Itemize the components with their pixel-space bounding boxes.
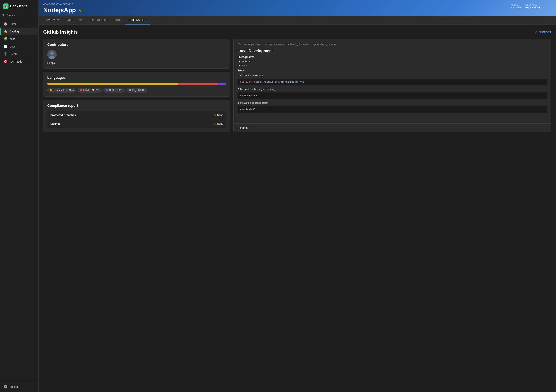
js-label: JavaScript - 73.18% [53, 89, 74, 92]
sidebar-item-home[interactable]: 🏠 Home [0, 20, 39, 28]
readme-fade-text: This is a simple Express.js application … [238, 43, 547, 46]
support-label: SUPPORT [539, 31, 551, 34]
readme-scroll[interactable]: This is a simple Express.js application … [234, 39, 551, 123]
lang-badge-js[interactable]: JavaScript - 73.18% [47, 88, 76, 93]
lifecycle-meta: Lifecycle experimental [525, 4, 540, 9]
readme-code-cd: cd Nodejs-App [238, 93, 547, 99]
css-dot [106, 89, 108, 91]
readme-footer: Readme → [234, 123, 551, 132]
main-columns: Contributors People → Languages [43, 39, 551, 132]
prereq-nodejs: Node.js [242, 60, 547, 63]
code-git-keyword: git clone [240, 81, 253, 83]
support-link[interactable]: ❓ SUPPORT [534, 31, 551, 34]
readme-footer-link[interactable]: Readme → [238, 126, 547, 129]
compliance-row-branches: Protected Branches ⚠ None [47, 111, 226, 119]
sidebar-bottom: ⚙️ Settings [0, 381, 39, 392]
readme-step-3-label: 3. Install the dependencies: [238, 101, 547, 104]
tab-code-insights[interactable]: CODE INSIGHTS [125, 16, 150, 24]
license-status: None [217, 122, 223, 125]
sidebar-label-tech-radar: Tech Radar [9, 60, 23, 63]
sidebar-label-docs: Docs [9, 45, 16, 48]
code-cd-keyword: cd [240, 94, 243, 97]
lang-badge-html[interactable]: HTML - 21.59% [77, 88, 102, 93]
header-actions: ⋮ [544, 3, 551, 9]
code-npm-install: npm install [240, 108, 255, 111]
entity-info: COMPONENT — SERVICE NodejsApp ★ [43, 3, 82, 16]
prereq-npm: npm [242, 64, 547, 67]
lang-bar-js [47, 83, 178, 85]
lang-bar-css [217, 83, 226, 85]
lang-bar-pug [226, 83, 226, 85]
settings-icon: ⚙️ [4, 385, 8, 389]
license-label: License [50, 122, 61, 125]
tab-docs[interactable]: DOCS [111, 16, 125, 24]
header-meta: Owner samtech Lifecycle experimental ⋮ [511, 3, 551, 9]
sidebar-item-catalog[interactable]: ⭐ Catalog [0, 28, 39, 35]
apis-icon: 🧩 [4, 37, 8, 41]
readme-step-1-label: 1. Clone the repository: [238, 74, 547, 77]
sidebar-item-settings[interactable]: ⚙️ Settings [0, 383, 39, 391]
entity-header: COMPONENT — SERVICE NodejsApp ★ Owner sa… [39, 0, 556, 16]
protected-branches-status: None [217, 114, 223, 117]
sidebar: 🎭 Backstage 🔍 Search 🏠 Home ⭐ Catalog 🧩 … [0, 0, 39, 392]
sidebar-item-docs[interactable]: 📄 Docs [0, 43, 39, 50]
lang-badge-pug[interactable]: Pug - 0.23% [126, 88, 147, 93]
tab-dependencies[interactable]: DEPENDENCIES [86, 16, 111, 24]
owner-label: Owner [511, 4, 521, 6]
code-clone-url: https://github.com/Umoren/Nodejs-App [254, 81, 304, 83]
lang-badge-css[interactable]: CSS - 5.00% [103, 88, 125, 93]
main-content: COMPONENT — SERVICE NodejsApp ★ Owner sa… [39, 0, 556, 392]
backstage-logo-icon: 🎭 [3, 3, 8, 9]
search-icon: 🔍 [2, 14, 5, 17]
compliance-table: Protected Branches ⚠ None License ⚠ None [47, 111, 226, 128]
sidebar-label-home: Home [9, 22, 17, 25]
contributors-card: Contributors People → [43, 39, 230, 69]
readme-code-npm: npm install [238, 106, 547, 113]
readme-step-2-label: 2. Navigate to the project directory: [238, 88, 547, 91]
tech-radar-icon: 🎯 [4, 60, 8, 63]
sidebar-item-tech-radar[interactable]: 🎯 Tech Radar [0, 58, 39, 65]
sidebar-label-create: Create... [9, 53, 20, 56]
search-button[interactable]: 🔍 Search [0, 12, 39, 18]
readme-code-clone: git clone https://github.com/Umoren/Node… [238, 79, 547, 85]
sidebar-label-settings: Settings [9, 385, 19, 388]
more-options-button[interactable]: ⋮ [544, 3, 551, 9]
license-value: ⚠ None [213, 122, 223, 125]
languages-card: Languages JavaScript - 73.18% [43, 72, 230, 97]
left-column: Contributors People → Languages [43, 39, 230, 132]
compliance-row-license: License ⚠ None [47, 119, 226, 128]
sidebar-logo[interactable]: 🎭 Backstage [0, 0, 39, 12]
entity-title-row: NodejsApp ★ [43, 7, 82, 14]
component-type: COMPONENT — SERVICE [43, 3, 82, 5]
tab-bar: OVERVIEW CI/CD API DEPENDENCIES DOCS COD… [39, 16, 556, 25]
contributors-title: Contributors [47, 43, 226, 47]
lang-bar-html [178, 83, 217, 85]
tab-api[interactable]: API [76, 16, 86, 24]
sidebar-label-apis: APIs [9, 38, 15, 40]
tab-overview[interactable]: OVERVIEW [43, 16, 62, 24]
code-cd-rest: Nodejs-App [244, 94, 258, 97]
people-link[interactable]: People → [47, 61, 226, 64]
compliance-title: Compliance report [47, 104, 226, 108]
warn-icon-branches: ⚠ [213, 113, 216, 117]
css-label: CSS - 5.00% [109, 89, 122, 92]
compliance-card: Compliance report Protected Branches ⚠ N… [43, 100, 230, 132]
support-help-icon: ❓ [534, 31, 537, 34]
lifecycle-label: Lifecycle [525, 4, 540, 6]
html-dot [80, 89, 82, 91]
favorite-star-icon[interactable]: ★ [78, 8, 82, 13]
svg-point-1 [50, 52, 54, 55]
owner-meta: Owner samtech [511, 4, 521, 9]
language-badges: JavaScript - 73.18% HTML - 21.59% CSS - … [47, 88, 226, 93]
sidebar-item-apis[interactable]: 🧩 APIs [0, 35, 39, 43]
readme-prerequisites-title: Prerequisites [238, 55, 547, 59]
warn-icon-license: ⚠ [213, 122, 216, 125]
protected-branches-label: Protected Branches [50, 114, 76, 117]
readme-prerequisites-list: Node.js npm [238, 60, 547, 67]
lifecycle-value: experimental [525, 6, 540, 9]
pug-dot [129, 89, 131, 91]
sidebar-item-create[interactable]: ➕ Create... [0, 50, 39, 58]
owner-value: samtech [511, 6, 521, 9]
tab-cicd[interactable]: CI/CD [62, 16, 76, 24]
pug-label: Pug - 0.23% [132, 89, 145, 92]
